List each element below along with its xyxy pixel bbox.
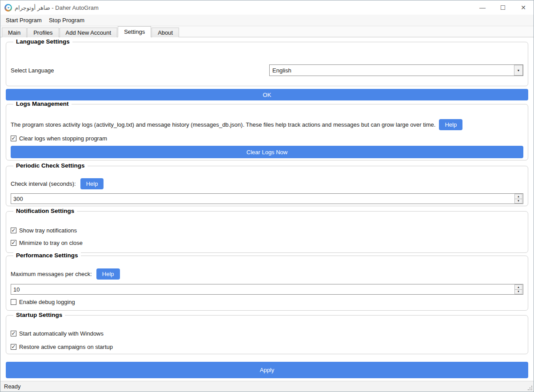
max-messages-help-button[interactable]: Help xyxy=(96,268,120,280)
spin-down-icon[interactable]: ▼ xyxy=(515,290,522,294)
startup-settings-title: Startup Settings xyxy=(13,312,65,318)
settings-panel: Language Settings Select Language Englis… xyxy=(0,37,534,381)
app-window: ضاهر أوتوجرام - Daher AutoGram — ☐ ✕ Sta… xyxy=(0,0,534,392)
clear-logs-now-button[interactable]: Clear Logs Now xyxy=(11,146,523,158)
close-button[interactable]: ✕ xyxy=(513,0,534,15)
menubar: Start Program Stop Program xyxy=(0,15,534,26)
status-text: Ready xyxy=(4,383,21,390)
periodic-check-title: Periodic Check Settings xyxy=(13,162,88,169)
minimize-button[interactable]: — xyxy=(472,0,493,15)
max-messages-spinner[interactable]: ▲ ▼ xyxy=(514,284,522,294)
minimize-icon: — xyxy=(479,4,486,11)
minimize-to-tray-label: Minimize to tray on close xyxy=(19,240,83,246)
tab-main[interactable]: Main xyxy=(2,28,27,37)
show-tray-notifications-row[interactable]: Show tray notifications xyxy=(11,227,523,234)
minimize-to-tray-checkbox[interactable] xyxy=(11,240,16,246)
tab-about[interactable]: About xyxy=(151,28,179,37)
resize-grip[interactable] xyxy=(527,385,532,390)
spin-up-icon[interactable]: ▲ xyxy=(515,194,522,199)
check-interval-spinner[interactable]: ▲ ▼ xyxy=(514,194,522,204)
debug-logging-checkbox[interactable] xyxy=(11,299,16,305)
spin-up-icon[interactable]: ▲ xyxy=(515,285,522,290)
app-logo-icon xyxy=(4,4,12,12)
language-select-value: English xyxy=(270,67,514,74)
restore-campaigns-label: Restore active campaigns on startup xyxy=(19,344,113,350)
logs-management-title: Logs Management xyxy=(13,100,72,107)
statusbar: Ready xyxy=(0,381,534,392)
notification-settings-title: Notification Settings xyxy=(13,208,77,214)
notification-settings-group: Notification Settings Show tray notifica… xyxy=(6,211,528,253)
start-with-windows-row[interactable]: Start automatically with Windows xyxy=(11,330,523,337)
check-interval-label: Check interval (seconds): xyxy=(11,180,76,187)
periodic-check-group: Periodic Check Settings Check interval (… xyxy=(6,166,528,206)
check-interval-input[interactable]: 300 ▲ ▼ xyxy=(11,193,523,204)
logs-help-button[interactable]: Help xyxy=(439,119,462,130)
language-settings-title: Language Settings xyxy=(13,38,72,45)
maximize-icon: ☐ xyxy=(500,4,506,11)
tab-add-new-account[interactable]: Add New Account xyxy=(60,28,118,37)
language-settings-group: Language Settings Select Language Englis… xyxy=(6,42,528,86)
window-title: ضاهر أوتوجرام - Daher AutoGram xyxy=(15,4,99,11)
tab-settings[interactable]: Settings xyxy=(118,26,151,37)
debug-logging-label: Enable debug logging xyxy=(19,299,75,305)
check-interval-value: 300 xyxy=(11,196,514,202)
apply-button[interactable]: Apply xyxy=(6,362,528,378)
chevron-down-icon[interactable]: ▼ xyxy=(514,65,523,76)
max-messages-input[interactable]: 10 ▲ ▼ xyxy=(11,284,523,295)
titlebar[interactable]: ضاهر أوتوجرام - Daher AutoGram — ☐ ✕ xyxy=(0,0,534,15)
show-tray-notifications-checkbox[interactable] xyxy=(11,228,16,233)
start-with-windows-label: Start automatically with Windows xyxy=(19,330,104,337)
logs-description: The program stores activity logs (activi… xyxy=(11,121,435,128)
clear-logs-checkbox[interactable] xyxy=(11,136,16,141)
close-icon: ✕ xyxy=(521,4,526,11)
logs-management-group: Logs Management The program stores activ… xyxy=(6,104,528,160)
debug-logging-row[interactable]: Enable debug logging xyxy=(11,299,523,305)
max-messages-value: 10 xyxy=(11,286,514,293)
tab-profiles[interactable]: Profiles xyxy=(27,28,59,37)
clear-logs-checkbox-row[interactable]: Clear logs when stopping program xyxy=(11,135,523,142)
language-select[interactable]: English ▼ xyxy=(269,64,523,76)
menu-stop-program[interactable]: Stop Program xyxy=(45,15,88,25)
restore-campaigns-checkbox[interactable] xyxy=(11,344,16,350)
performance-settings-title: Performance Settings xyxy=(13,252,81,259)
menu-start-program[interactable]: Start Program xyxy=(2,15,45,25)
performance-settings-group: Performance Settings Maximum messages pe… xyxy=(6,256,528,311)
ok-button[interactable]: OK xyxy=(6,89,528,100)
startup-settings-group: Startup Settings Start automatically wit… xyxy=(6,315,528,354)
restore-campaigns-row[interactable]: Restore active campaigns on startup xyxy=(11,344,523,350)
max-messages-label: Maximum messages per check: xyxy=(11,271,92,277)
select-language-label: Select Language xyxy=(11,67,54,74)
minimize-to-tray-row[interactable]: Minimize to tray on close xyxy=(11,240,523,246)
tabbar: Main Profiles Add New Account Settings A… xyxy=(0,26,534,37)
maximize-button[interactable]: ☐ xyxy=(493,0,513,15)
check-interval-help-button[interactable]: Help xyxy=(80,178,104,189)
spin-down-icon[interactable]: ▼ xyxy=(515,199,522,204)
clear-logs-checkbox-label: Clear logs when stopping program xyxy=(19,135,107,142)
show-tray-notifications-label: Show tray notifications xyxy=(19,227,77,234)
start-with-windows-checkbox[interactable] xyxy=(11,331,16,336)
